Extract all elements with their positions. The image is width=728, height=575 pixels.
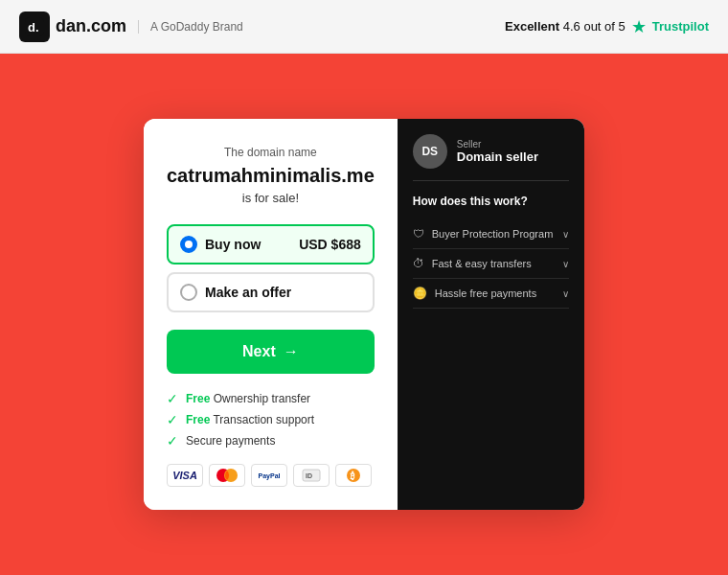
- next-button[interactable]: Next →: [167, 330, 375, 374]
- dan-logo[interactable]: d. dan.com: [19, 12, 126, 42]
- logo-icon: d.: [19, 12, 50, 42]
- make-offer-option[interactable]: Make an offer: [167, 272, 375, 312]
- make-offer-label: Make an offer: [205, 285, 291, 300]
- buyer-protection-text: Buyer Protection Program: [432, 228, 554, 240]
- svg-text:d.: d.: [28, 20, 39, 34]
- id-payment-icon: ID: [293, 464, 330, 487]
- feature-ownership: ✓ Free Ownership transfer: [167, 391, 375, 406]
- chevron-down-icon-1: ∨: [562, 229, 569, 240]
- hassle-free-text: Hassle free payments: [435, 288, 536, 299]
- how-works-title: How does this work?: [413, 195, 569, 208]
- buy-now-label: Buy now: [205, 237, 261, 252]
- buyer-protection-item[interactable]: 🛡 Buyer Protection Program ∨: [413, 219, 569, 249]
- check-icon-3: ✓: [167, 433, 178, 448]
- domain-name: catrumahminimalis.me: [167, 165, 375, 187]
- chevron-down-icon-2: ∨: [562, 259, 569, 269]
- check-icon-2: ✓: [167, 412, 178, 427]
- trustpilot-star-icon: ★: [631, 16, 647, 37]
- logo-text: dan.com: [56, 16, 126, 36]
- check-icon-1: ✓: [167, 391, 178, 406]
- trustpilot-label: Trustpilot: [652, 19, 709, 34]
- buy-now-radio[interactable]: [180, 236, 197, 253]
- domain-label: The domain name: [167, 146, 375, 159]
- features-list: ✓ Free Ownership transfer ✓ Free Transac…: [167, 391, 375, 448]
- main-content: The domain name catrumahminimalis.me is …: [0, 54, 728, 575]
- godaddy-brand: A GoDaddy Brand: [138, 20, 243, 34]
- chevron-down-icon-3: ∨: [562, 288, 569, 299]
- fast-transfer-text: Fast & easy transfers: [432, 258, 532, 269]
- clock-icon: ⏱: [413, 257, 424, 270]
- seller-header: DS Seller Domain seller: [413, 134, 569, 181]
- next-arrow-icon: →: [284, 343, 299, 360]
- header: d. dan.com A GoDaddy Brand Excellent 4.6…: [0, 0, 728, 54]
- payment-icon-small: 🪙: [413, 287, 427, 300]
- buy-now-price: USD $688: [299, 237, 361, 252]
- options-group: Buy now USD $688 Make an offer: [167, 224, 375, 312]
- for-sale-text: is for sale!: [167, 191, 375, 205]
- card-left: The domain name catrumahminimalis.me is …: [144, 119, 398, 510]
- paypal-payment-icon: PayPal: [251, 464, 287, 487]
- svg-text:ID: ID: [306, 472, 312, 479]
- visa-payment-icon: VISA: [167, 464, 203, 487]
- mastercard-payment-icon: [209, 464, 245, 487]
- seller-avatar: DS: [413, 134, 447, 169]
- bitcoin-payment-icon: ₿: [335, 464, 372, 487]
- seller-name: Domain seller: [457, 150, 538, 164]
- feature-payments: ✓ Secure payments: [167, 433, 375, 448]
- shield-icon: 🛡: [413, 227, 424, 241]
- feature-transaction: ✓ Free Transaction support: [167, 412, 375, 427]
- payment-icons: VISA PayPal ID: [167, 464, 375, 487]
- trustpilot-text: Excellent 4.6 out of 5: [505, 19, 626, 34]
- buy-now-option[interactable]: Buy now USD $688: [167, 224, 375, 264]
- make-offer-radio[interactable]: [180, 284, 197, 301]
- card-wrapper: The domain name catrumahminimalis.me is …: [144, 119, 584, 510]
- card-right: DS Seller Domain seller How does this wo…: [398, 119, 584, 510]
- fast-transfer-item[interactable]: ⏱ Fast & easy transfers ∨: [413, 249, 569, 279]
- trustpilot-area: Excellent 4.6 out of 5 ★ Trustpilot: [505, 16, 709, 37]
- header-left: d. dan.com A GoDaddy Brand: [19, 12, 243, 42]
- hassle-free-item[interactable]: 🪙 Hassle free payments ∨: [413, 279, 569, 309]
- seller-info-label: Seller: [457, 139, 538, 150]
